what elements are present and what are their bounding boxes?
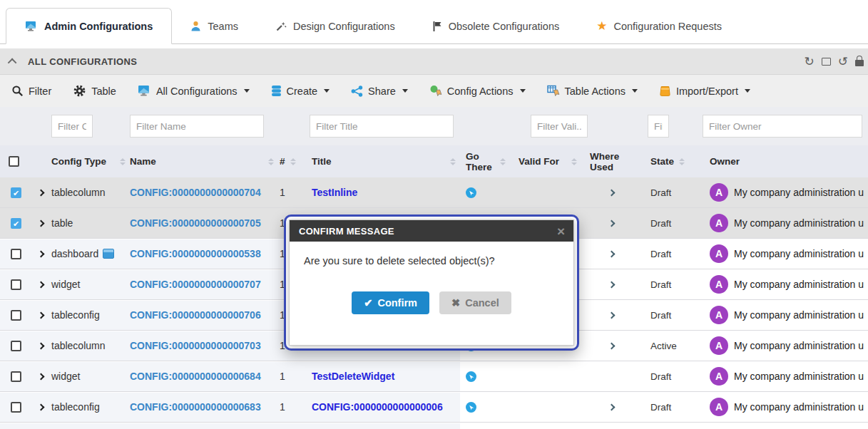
confirm-dialog: CONFIRM MESSAGE × Are you sure to delete… — [284, 214, 579, 351]
select-all-checkbox[interactable] — [9, 156, 19, 167]
tab-bar: Admin Configurations Teams Design Config… — [0, 0, 868, 44]
name-link[interactable]: CONFIG:0000000000000706 — [130, 309, 261, 321]
name-link[interactable]: CONFIG:0000000000000684 — [130, 371, 261, 382]
dialog-header: CONFIRM MESSAGE × — [290, 220, 573, 242]
config-actions-dropdown[interactable]: Config Actions — [429, 85, 526, 98]
column-header-valid-for[interactable]: Valid For — [510, 145, 581, 177]
title-link[interactable]: CONFIG:0000000000000006 — [312, 401, 443, 413]
column-header-owner[interactable]: Owner — [695, 145, 868, 177]
expand-chevron-icon[interactable] — [38, 342, 45, 349]
owner-avatar: A — [710, 244, 728, 263]
row-checkbox[interactable] — [11, 279, 21, 290]
where-used-chevron-icon[interactable] — [608, 219, 616, 227]
window-icon[interactable] — [822, 58, 831, 66]
column-header-go-there[interactable]: Go There — [460, 145, 510, 177]
expand-chevron-icon[interactable] — [38, 311, 45, 319]
expand-chevron-icon[interactable] — [38, 189, 45, 196]
expand-chevron-icon[interactable] — [38, 250, 45, 257]
tab-design-configurations[interactable]: Design Configurations — [257, 8, 414, 44]
expand-chevron-icon[interactable] — [38, 373, 45, 380]
table-row[interactable]: widget CONFIG:0000000000000684 1 TestDel… — [0, 361, 868, 392]
tool-label: All Configurations — [156, 86, 238, 97]
column-header-config-type[interactable]: Config Type — [50, 145, 130, 177]
import-export-dropdown[interactable]: Import/Export — [659, 85, 750, 97]
filter-state-input[interactable] — [648, 115, 669, 138]
where-used-chevron-icon[interactable] — [608, 281, 616, 288]
tool-label: Table Actions — [565, 86, 626, 97]
tab-teams[interactable]: Teams — [172, 8, 257, 44]
name-link[interactable]: CONFIG:0000000000000703 — [130, 340, 261, 351]
column-header-title[interactable]: Title — [308, 145, 460, 177]
state-label: Draft — [650, 402, 671, 413]
column-header-num[interactable]: # — [278, 145, 308, 177]
where-used-chevron-icon[interactable] — [608, 342, 616, 349]
go-there-icon[interactable] — [466, 371, 476, 382]
column-header-name[interactable]: Name — [130, 145, 278, 177]
filter-title-input[interactable] — [310, 115, 454, 138]
column-header-where-used[interactable]: Where Used — [581, 145, 642, 177]
expand-chevron-icon[interactable] — [38, 281, 45, 288]
row-checkbox[interactable] — [11, 341, 21, 351]
refresh-icon[interactable]: ↻ — [805, 54, 815, 69]
dialog-title: CONFIRM MESSAGE — [299, 226, 394, 237]
filter-row — [0, 107, 868, 145]
expand-chevron-icon[interactable] — [38, 403, 45, 410]
row-checkbox[interactable]: ✔ — [11, 218, 21, 229]
tab-configuration-requests[interactable]: ★ Configuration Requests — [578, 8, 740, 44]
column-header-state[interactable]: State — [642, 145, 695, 177]
filter-button[interactable]: Filter — [11, 85, 51, 97]
column-label: # — [280, 156, 285, 167]
create-dropdown[interactable]: Create — [271, 85, 330, 97]
title-link[interactable]: TestDeleteWidget — [312, 371, 394, 382]
tab-admin-configurations[interactable]: Admin Configurations — [6, 8, 172, 44]
all-configurations-dropdown[interactable]: All Configurations — [138, 85, 250, 97]
cancel-button[interactable]: ✖ Cancel — [439, 291, 511, 314]
filter-owner-input[interactable] — [703, 115, 862, 138]
go-there-icon[interactable] — [466, 402, 476, 413]
state-label: Draft — [650, 371, 671, 382]
undo-icon[interactable]: ↺ — [838, 54, 848, 69]
expand-chevron-icon[interactable] — [38, 219, 45, 227]
table-settings-button[interactable]: Table — [73, 84, 116, 98]
close-icon[interactable]: × — [557, 224, 565, 238]
confirm-button[interactable]: ✔ Confirm — [352, 291, 429, 314]
title-link[interactable]: TestInline — [312, 187, 357, 198]
row-checkbox[interactable] — [11, 249, 21, 259]
column-label: Where Used — [590, 151, 638, 172]
table-actions-dropdown[interactable]: Table Actions — [547, 85, 638, 98]
table-row[interactable]: tableconfig CONFIG:0000000000000683 1 CO… — [0, 392, 868, 423]
name-link[interactable]: CONFIG:0000000000000704 — [130, 187, 261, 198]
tab-label: Teams — [208, 21, 238, 32]
row-checkbox[interactable]: ✔ — [11, 187, 21, 198]
filter-config-type-input[interactable] — [51, 115, 93, 138]
name-link[interactable]: CONFIG:0000000000000705 — [130, 217, 261, 229]
owner-name: My company administration u — [734, 340, 864, 351]
sort-icon — [268, 158, 274, 165]
name-link[interactable]: CONFIG:0000000000000707 — [130, 279, 261, 290]
row-checkbox[interactable] — [11, 371, 21, 382]
name-link[interactable]: CONFIG:0000000000000538 — [130, 248, 261, 259]
where-used-chevron-icon[interactable] — [608, 311, 616, 319]
table-row[interactable]: ✔ tablecolumn CONFIG:0000000000000704 1 … — [0, 177, 868, 208]
where-used-chevron-icon[interactable] — [608, 250, 616, 257]
tab-obsolete-configurations[interactable]: Obsolete Configurations — [414, 8, 578, 44]
share-dropdown[interactable]: Share — [351, 86, 408, 97]
search-icon — [11, 85, 24, 97]
table-header-row: Config Type Name # Title Go There Valid … — [0, 145, 868, 177]
where-used-chevron-icon[interactable] — [608, 403, 616, 410]
name-link[interactable]: CONFIG:0000000000000683 — [130, 401, 261, 413]
go-there-icon[interactable] — [466, 187, 476, 198]
column-label: State — [650, 156, 674, 167]
filter-valid-for-input[interactable] — [531, 115, 588, 138]
where-used-chevron-icon[interactable] — [608, 189, 616, 196]
valid-for-cell — [510, 177, 581, 207]
config-type-label: table — [51, 217, 73, 229]
row-checkbox[interactable] — [11, 310, 21, 321]
table-row[interactable]: A — [0, 423, 868, 429]
lock-icon[interactable] — [855, 60, 864, 66]
filter-name-input[interactable] — [130, 115, 264, 138]
row-checkbox[interactable] — [11, 402, 21, 413]
valid-for-cell — [510, 392, 581, 422]
owner-avatar: A — [710, 275, 728, 294]
collapse-chevron-icon[interactable] — [8, 58, 17, 67]
